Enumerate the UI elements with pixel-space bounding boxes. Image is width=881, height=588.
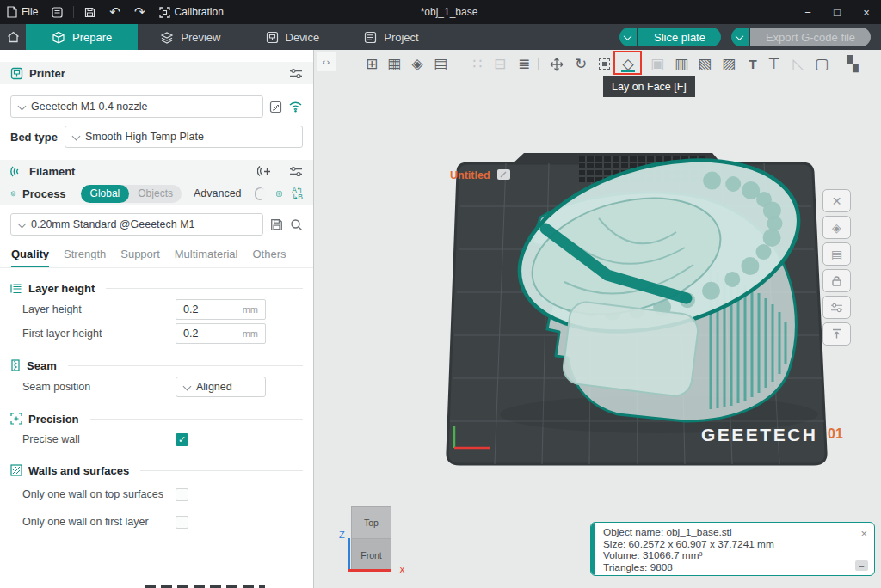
mesh-frame-icon[interactable]: ▢ — [810, 52, 833, 76]
scope-global[interactable]: Global — [81, 185, 130, 203]
x-axis-line — [348, 569, 391, 572]
export-gcode-button[interactable]: Export G-code file — [750, 28, 871, 46]
orientation-cube[interactable]: Top Front Z X — [351, 506, 391, 572]
process-preset-select[interactable]: 0.20mm Standard @Geeetech M1 — [10, 213, 263, 236]
text-tool-icon[interactable]: T — [742, 52, 764, 76]
process-section-header[interactable]: Process Global Objects Advanced A↰↳B — [0, 182, 313, 205]
info-object-name: Object name: obj_1_base.stl — [603, 527, 853, 539]
cube-face-top[interactable]: Top — [351, 506, 391, 539]
redo-button[interactable]: ↷ — [127, 0, 152, 24]
notes-menu[interactable] — [45, 0, 70, 24]
check-icon: ✓ — [178, 434, 186, 445]
group-title: Precision — [28, 413, 79, 426]
z-axis-line — [348, 538, 350, 572]
info-minimize-icon[interactable]: − — [855, 560, 868, 571]
one-wall-first-layer-checkbox[interactable] — [176, 516, 188, 529]
layer-height-input[interactable]: 0.2 mm — [176, 299, 266, 320]
paint-support-icon[interactable]: ▥ — [670, 52, 693, 76]
lock-plate-button[interactable] — [822, 269, 851, 292]
scene-viewport[interactable]: ‹› — [315, 50, 881, 588]
save-button[interactable] — [77, 0, 102, 24]
tab-device[interactable]: Device — [243, 24, 342, 50]
seam-position-value: Aligned — [196, 381, 232, 393]
scope-objects[interactable]: Objects — [129, 187, 182, 199]
filament-section-header[interactable]: Filament — [0, 160, 313, 182]
cube-face-front[interactable]: Front — [351, 539, 391, 572]
scene-canvas[interactable]: Untitled GEEETECH 01 — [315, 50, 881, 588]
tab-project[interactable]: Project — [342, 24, 440, 50]
home-icon — [7, 31, 20, 43]
wifi-icon[interactable] — [288, 101, 303, 113]
edit-plate-name-icon[interactable] — [497, 169, 510, 180]
titlebar-separator — [73, 6, 74, 18]
arrange-plate-button[interactable]: ▤ — [822, 242, 851, 266]
group-walls-surfaces: Walls and surfaces — [0, 461, 313, 480]
process-scope-toggle[interactable]: Global Objects — [81, 185, 182, 203]
variable-layer-height-icon[interactable]: ≣ — [513, 52, 535, 76]
move-icon[interactable] — [545, 52, 568, 76]
bed-type-label: Bed type — [10, 131, 58, 144]
tab-preview[interactable]: Preview — [138, 24, 243, 50]
compare-presets-icon[interactable]: A↰↳B — [292, 187, 303, 200]
save-preset-icon[interactable] — [270, 218, 283, 231]
maximize-button[interactable]: □ — [822, 0, 852, 24]
info-close-icon[interactable]: × — [860, 527, 867, 540]
plate-settings-button[interactable] — [822, 296, 851, 319]
printer-section-header[interactable]: Printer — [0, 62, 313, 84]
scale-icon[interactable] — [593, 52, 615, 76]
setting-label: Seam position — [22, 381, 176, 394]
search-preset-icon[interactable] — [290, 218, 303, 231]
group-title: Walls and surfaces — [28, 464, 129, 477]
printer-preset-select[interactable]: Geeetech M1 0.4 nozzle — [10, 95, 263, 118]
tab-multimaterial[interactable]: Multimaterial — [175, 248, 238, 267]
tab-prepare[interactable]: Prepare — [26, 24, 138, 50]
support-structure-icon[interactable]: ⊤ — [763, 52, 786, 76]
slice-plate-button[interactable]: Slice plate — [638, 28, 721, 46]
tab-support[interactable]: Support — [120, 248, 160, 267]
plate-brand-logo: GEEETECH — [701, 425, 818, 444]
arrange-icon[interactable]: ▤ — [429, 52, 452, 76]
lay-on-face-highlight-box — [613, 51, 642, 75]
printer-settings-icon[interactable] — [289, 68, 303, 79]
unit-label: mm — [243, 304, 265, 315]
group-precision: Precision — [0, 409, 313, 428]
first-layer-height-input[interactable]: 0.2 mm — [176, 323, 266, 344]
lock-icon — [831, 275, 842, 286]
add-filament-icon[interactable] — [257, 165, 271, 177]
chevron-down-icon — [71, 132, 80, 140]
preset-list-icon[interactable] — [276, 187, 282, 200]
precise-wall-checkbox[interactable]: ✓ — [176, 433, 188, 446]
paint-fuzzy-skin-icon[interactable]: ▨ — [718, 52, 740, 76]
bed-type-select[interactable]: Smooth High Temp Plate — [65, 126, 303, 148]
edit-printer-icon[interactable] — [269, 101, 282, 113]
process-preset-value: 0.20mm Standard @Geeetech M1 — [31, 218, 195, 230]
seam-position-select[interactable]: Aligned — [176, 377, 266, 397]
filament-settings-icon[interactable] — [289, 166, 303, 177]
add-object-icon[interactable]: ⊞ — [360, 52, 383, 76]
tab-others[interactable]: Others — [252, 248, 286, 267]
assembly-view-icon[interactable]: ▚ — [841, 52, 864, 76]
tab-quality[interactable]: Quality — [11, 248, 49, 267]
slice-options-button[interactable] — [619, 28, 637, 46]
auto-orient-plate-button[interactable]: ◈ — [822, 216, 851, 239]
home-button[interactable] — [0, 24, 26, 50]
plate-name-label[interactable]: Untitled — [450, 169, 490, 181]
add-plate-icon[interactable]: ▦ — [383, 52, 405, 76]
export-options-button[interactable] — [731, 28, 749, 46]
paint-seam-icon[interactable]: ▧ — [693, 52, 716, 76]
chevron-down-icon — [624, 32, 632, 40]
delete-all-button[interactable]: ✕ — [822, 189, 851, 212]
cut-plane-icon: ◺ — [787, 52, 810, 76]
undo-button[interactable]: ↶ — [102, 0, 127, 24]
calibration-menu[interactable]: Calibration — [152, 0, 231, 24]
close-button[interactable]: × — [852, 0, 881, 24]
move-plate-up-button[interactable] — [822, 322, 851, 346]
auto-orient-icon[interactable]: ◈ — [406, 52, 428, 76]
model-front-cutout — [562, 300, 700, 398]
file-menu[interactable]: File — [0, 0, 45, 24]
rotate-icon[interactable]: ↻ — [570, 52, 592, 76]
advanced-toggle[interactable] — [255, 187, 266, 200]
one-wall-top-checkbox[interactable] — [176, 488, 188, 501]
tab-strength[interactable]: Strength — [64, 248, 106, 267]
minimize-button[interactable]: − — [793, 0, 822, 24]
